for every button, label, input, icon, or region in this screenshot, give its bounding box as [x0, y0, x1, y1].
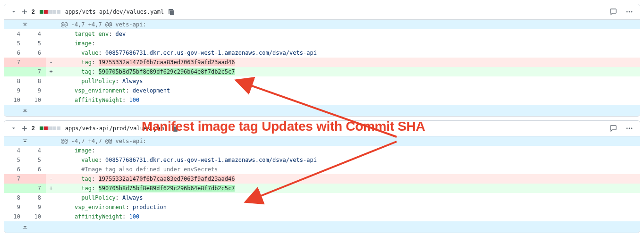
- code-cell: value: 008577686731.dkr.ecr.us-gov-west-…: [56, 48, 640, 58]
- expand-up-button[interactable]: [4, 20, 46, 29]
- svg-point-1: [629, 11, 630, 13]
- diffstat-bar: [40, 126, 60, 130]
- new-line-number[interactable]: 6: [25, 48, 46, 58]
- diff-line-ctx: 10 10 affinityWeight: 100: [4, 212, 640, 221]
- collapse-toggle[interactable]: [10, 125, 17, 132]
- new-line-number[interactable]: 4: [25, 29, 46, 39]
- hunk-row: @@ -4,7 +4,7 @@ vets-api:: [4, 20, 640, 29]
- old-line-number[interactable]: 4: [4, 29, 25, 39]
- comment-button[interactable]: [609, 7, 618, 17]
- diff-marker: -: [46, 58, 56, 67]
- diff-marker: [46, 39, 56, 48]
- diff-table: @@ -4,7 +4,7 @@ vets-api: 4 4 image: 5 5…: [4, 136, 640, 233]
- diff-line-ctx: 5 5 image:: [4, 39, 640, 48]
- hunk-header: @@ -4,7 +4,7 @@ vets-api:: [56, 20, 640, 29]
- new-line-number[interactable]: [25, 58, 46, 67]
- code-cell: affinityWeight: 100: [56, 212, 640, 221]
- new-line-number[interactable]: 7: [25, 184, 46, 193]
- file-menu-button[interactable]: [625, 7, 634, 17]
- old-line-number[interactable]: 8: [4, 193, 25, 202]
- diff-marker: [46, 48, 56, 58]
- expand-row: [4, 105, 640, 116]
- diff-marker: [46, 193, 56, 202]
- new-line-number[interactable]: 5: [25, 39, 46, 48]
- code-cell: vsp_environment: development: [56, 86, 640, 95]
- new-line-number[interactable]: [25, 174, 46, 184]
- svg-point-7: [631, 128, 633, 129]
- new-line-number[interactable]: 7: [25, 67, 46, 76]
- old-line-number[interactable]: 9: [4, 86, 25, 95]
- svg-rect-8: [23, 139, 27, 140]
- new-line-number[interactable]: 8: [25, 76, 46, 86]
- diff-marker: [46, 165, 56, 174]
- old-line-number[interactable]: [4, 184, 25, 193]
- diff-marker: [46, 29, 56, 39]
- expand-down-button[interactable]: [4, 105, 46, 116]
- diff-marker: [46, 202, 56, 212]
- old-line-number[interactable]: 10: [4, 95, 25, 105]
- code-cell: affinityWeight: 100: [56, 95, 640, 105]
- old-line-number[interactable]: 5: [4, 39, 25, 48]
- expand-up-button[interactable]: [4, 136, 46, 146]
- new-line-number[interactable]: 10: [25, 95, 46, 105]
- diff-marker: -: [46, 174, 56, 184]
- diff-table: @@ -4,7 +4,7 @@ vets-api: 4 4 target_env…: [4, 20, 640, 116]
- code-cell: pullPolicy: Always: [56, 76, 640, 86]
- copy-path-button[interactable]: [167, 7, 176, 17]
- diff-marker: +: [46, 184, 56, 193]
- expand-row: [4, 221, 640, 233]
- old-line-number[interactable]: [4, 67, 25, 76]
- comment-button[interactable]: [609, 124, 618, 133]
- hunk-row: @@ -4,7 +4,7 @@ vets-api:: [4, 136, 640, 146]
- old-line-number[interactable]: 4: [4, 146, 25, 155]
- old-line-number[interactable]: 9: [4, 202, 25, 212]
- svg-point-2: [631, 11, 633, 13]
- change-count: 2: [32, 8, 35, 15]
- file-menu-button[interactable]: [625, 124, 634, 133]
- diff-file-block: 2 apps/vets-api/dev/values.yaml @@ -4,7 …: [4, 4, 640, 117]
- annotation-callout: Manifest image tag Updates with Commit S…: [142, 119, 425, 134]
- new-line-number[interactable]: 4: [25, 146, 46, 155]
- old-line-number[interactable]: 6: [4, 165, 25, 174]
- change-count: 2: [32, 125, 35, 132]
- file-header: 2 apps/vets-api/dev/values.yaml: [4, 4, 640, 20]
- diff-marker: [46, 155, 56, 165]
- new-line-number[interactable]: 5: [25, 155, 46, 165]
- file-path-link[interactable]: apps/vets-api/dev/values.yaml: [65, 8, 164, 15]
- old-line-number[interactable]: 6: [4, 48, 25, 58]
- new-line-number[interactable]: 9: [25, 202, 46, 212]
- new-line-number[interactable]: 8: [25, 193, 46, 202]
- expand-all-icon[interactable]: [20, 124, 29, 133]
- diff-line-ctx: 6 6 #Image tag also defined under envSec…: [4, 165, 640, 174]
- code-cell: pullPolicy: Always: [56, 193, 640, 202]
- diff-marker: [46, 146, 56, 155]
- old-line-number[interactable]: 5: [4, 155, 25, 165]
- diff-line-add: 7 + tag: 590705b8d75bf8e89df629c296b64e8…: [4, 67, 640, 76]
- svg-rect-9: [23, 228, 27, 228]
- diff-marker: +: [46, 67, 56, 76]
- diff-file-block: 2 apps/vets-api/prod/values.yaml @@ -4,7…: [4, 120, 640, 233]
- code-cell: #Image tag also defined under envSecrets: [56, 165, 640, 174]
- diff-marker: [46, 212, 56, 221]
- diff-marker: [46, 95, 56, 105]
- code-cell: vsp_environment: production: [56, 202, 640, 212]
- new-line-number[interactable]: 6: [25, 165, 46, 174]
- code-cell: image:: [56, 39, 640, 48]
- diff-line-ctx: 8 8 pullPolicy: Always: [4, 76, 640, 86]
- new-line-number[interactable]: 10: [25, 212, 46, 221]
- diff-line-ctx: 4 4 image:: [4, 146, 640, 155]
- new-line-number[interactable]: 9: [25, 86, 46, 95]
- diff-line-ctx: 5 5 value: 008577686731.dkr.ecr.us-gov-w…: [4, 155, 640, 165]
- svg-rect-3: [23, 23, 27, 23]
- collapse-toggle[interactable]: [10, 8, 17, 16]
- expand-down-button[interactable]: [4, 221, 46, 233]
- diff-line-del: 7 - tag: 19755332a1470f6b7caa83ed7063f9a…: [4, 58, 640, 67]
- old-line-number[interactable]: 7: [4, 58, 25, 67]
- diff-marker: [46, 76, 56, 86]
- old-line-number[interactable]: 8: [4, 76, 25, 86]
- diffstat-bar: [40, 10, 60, 14]
- expand-all-icon[interactable]: [20, 8, 29, 16]
- old-line-number[interactable]: 7: [4, 174, 25, 184]
- old-line-number[interactable]: 10: [4, 212, 25, 221]
- code-cell: target_env: dev: [56, 29, 640, 39]
